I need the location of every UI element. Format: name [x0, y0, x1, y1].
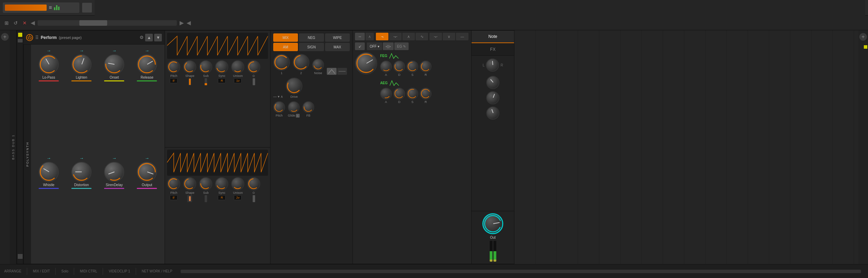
off-dropdown[interactable]: OFF ▾	[367, 42, 382, 50]
note-tab[interactable]: Note	[472, 31, 514, 43]
fb-knob[interactable]	[302, 101, 314, 113]
pitch-knob[interactable]	[273, 101, 285, 113]
osc1-sub-knob[interactable]	[199, 60, 212, 73]
grid-icon[interactable]: ⊞	[3, 19, 10, 27]
drive-knob[interactable]	[286, 78, 302, 94]
fx-tab[interactable]: FX	[472, 43, 514, 56]
aeg-a-knob[interactable]	[380, 88, 392, 100]
waveform-selector[interactable]: ▪|||▪	[383, 42, 394, 50]
wave-lr-icon	[339, 69, 346, 74]
bottom-scrollbar[interactable]	[181, 270, 861, 273]
filter-secondary-row: OFF ▾ ▪|||▪ EG ✎	[367, 42, 409, 50]
bottom-network[interactable]: NET WORK / HELP	[142, 269, 172, 273]
aeg-r-knob[interactable]	[420, 88, 432, 100]
plugin-slot[interactable]	[82, 3, 92, 13]
filter-shape-btns: ¬ ¬⌐ ∧ ∿	[376, 33, 428, 40]
fx-knob-1[interactable]	[486, 76, 499, 89]
feg-a-knob[interactable]	[380, 61, 392, 72]
osc1-sync-knob[interactable]	[215, 60, 228, 73]
osc1-pitch-knob[interactable]	[167, 60, 180, 73]
filter-curve-btn[interactable]: ↙	[355, 42, 365, 50]
osc1-shape-knob[interactable]	[183, 60, 196, 73]
neg-button[interactable]: NEG	[299, 33, 324, 42]
out-knob[interactable]	[482, 213, 503, 234]
macro-knob-lopass[interactable]	[39, 54, 59, 74]
feg-r-knob[interactable]	[420, 61, 432, 72]
filter-lambda-btn[interactable]: ∧	[365, 33, 374, 40]
power-button[interactable]: ⏻	[26, 34, 33, 41]
aeg-s-knob[interactable]	[407, 88, 418, 100]
transport-area: ≡	[3, 2, 79, 13]
filter-shape-arch[interactable]: ∧	[402, 33, 415, 40]
undo-icon[interactable]: ↺	[13, 19, 19, 27]
svg-point-15	[185, 178, 195, 189]
macro-knob-output[interactable]	[137, 162, 157, 182]
osc2-sub-knob[interactable]	[199, 177, 212, 190]
eg-edit-btn[interactable]: EG ✎	[394, 42, 409, 50]
bottom-solo[interactable]: Solo	[61, 269, 68, 273]
am-button[interactable]: AM	[273, 43, 298, 51]
mixer-osc1-knob[interactable]	[273, 54, 290, 71]
bottom-arrange[interactable]: ARRANGE	[4, 269, 21, 273]
filter-main-knob[interactable]	[355, 52, 377, 74]
track-name-bar[interactable]	[5, 5, 47, 11]
macro-arrow-distortion: →	[79, 156, 84, 161]
macro-knob-release[interactable]	[137, 54, 157, 74]
nav-right2-arrow[interactable]: ◀	[187, 19, 191, 26]
bottom-mix-edit[interactable]: MIX / EDIT	[33, 269, 50, 273]
osc2-pitch-knob[interactable]	[167, 177, 180, 190]
preset-down-button[interactable]: ▼	[154, 34, 162, 41]
macro-knob-onset[interactable]	[104, 54, 124, 74]
menu-icon[interactable]: ≡	[49, 5, 52, 11]
scrollbar-thumb[interactable]	[79, 20, 107, 26]
osc2-sync-knob[interactable]	[215, 177, 228, 190]
filter-shape-neg2[interactable]: ¬⌐	[389, 33, 402, 40]
osc2-unison-label: Unison	[233, 191, 243, 194]
preset-up-button[interactable]: ▲	[145, 34, 153, 41]
wipe-button[interactable]: WIPE	[325, 33, 350, 42]
feg-s-knob[interactable]	[407, 61, 418, 72]
osc2-shape-knob[interactable]	[183, 177, 196, 190]
settings-icon[interactable]: ⚙	[140, 35, 144, 40]
aeg-d-knob[interactable]	[393, 88, 405, 100]
nav-right-arrow[interactable]: ▶	[180, 19, 184, 26]
filter-shape-neg[interactable]: ¬	[376, 33, 388, 40]
macro-knob-whistle[interactable]	[39, 162, 59, 182]
fx-knob-3[interactable]	[486, 106, 499, 120]
filter-shape-neg3[interactable]: ¬⌐	[429, 33, 442, 40]
feg-d-knob[interactable]	[393, 61, 405, 72]
mixer-noise-knob[interactable]	[312, 59, 324, 71]
osc2-waveform	[167, 150, 268, 176]
glide-knob[interactable]	[288, 101, 300, 113]
max-button[interactable]: MAX	[325, 43, 350, 51]
filter-arrows-btn[interactable]: ↔	[355, 33, 365, 40]
bottom-video[interactable]: VIDEOCLIP 1	[109, 269, 130, 273]
osc1-unison-knob[interactable]	[231, 60, 244, 73]
filter-shape-v[interactable]: ∨	[443, 33, 455, 40]
close-icon[interactable]: ✕	[22, 19, 28, 27]
env-select-arrow[interactable]: ▾	[278, 95, 279, 98]
sign-button[interactable]: SIGN	[299, 43, 324, 51]
osc2-sub-col: Sub	[199, 177, 212, 202]
filter-shape-dash[interactable]: —	[456, 33, 468, 40]
wave-btn-tri[interactable]	[327, 68, 337, 75]
pan-knob[interactable]	[486, 58, 499, 72]
osc1-link-knob[interactable]	[247, 60, 260, 73]
timeline-scrollbar[interactable]	[38, 20, 177, 26]
wave-btn-lr[interactable]	[337, 68, 347, 75]
macro-knob-lighten[interactable]	[71, 54, 92, 74]
osc2-link-knob[interactable]	[247, 177, 260, 190]
add-right-button[interactable]: +	[859, 33, 867, 41]
mix-button[interactable]: MIX	[273, 33, 298, 42]
osc2-unison-knob[interactable]	[231, 177, 244, 190]
macro-knob-sirendelay[interactable]	[104, 162, 124, 182]
feg-d-col: D	[393, 61, 405, 77]
add-track-button[interactable]: +	[1, 33, 9, 41]
mixer-osc2-knob[interactable]	[293, 54, 309, 71]
macro-knob-distortion[interactable]	[71, 162, 92, 182]
bottom-midi[interactable]: MIDI CTRL	[80, 269, 97, 273]
dots-handle[interactable]: ⠿	[35, 35, 39, 40]
nav-left-arrow[interactable]: ◀	[31, 19, 35, 26]
fx-knob-2[interactable]	[486, 91, 499, 104]
filter-shape-wave[interactable]: ∿	[416, 33, 428, 40]
